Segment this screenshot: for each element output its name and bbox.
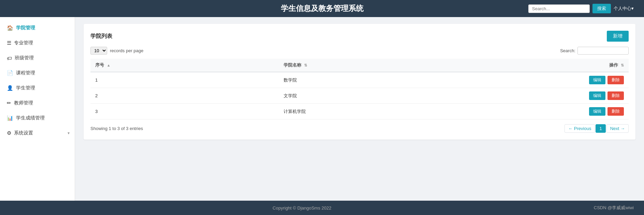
gear-icon: ⚙ xyxy=(7,130,11,136)
sidebar-label-student: 学生管理 xyxy=(16,85,35,91)
card-header: 学院列表 新增 xyxy=(90,31,629,42)
chart-icon: 📊 xyxy=(7,115,13,121)
action-buttons: 编辑 删除 xyxy=(526,76,624,84)
sidebar-label-grade: 学生成绩管理 xyxy=(16,115,45,121)
add-button[interactable]: 新增 xyxy=(607,31,629,42)
edit-button[interactable]: 编辑 xyxy=(589,76,605,84)
card-title: 学院列表 xyxy=(90,33,112,40)
page-1-button[interactable]: 1 xyxy=(596,124,605,133)
sidebar-item-major[interactable]: ☰ 专业管理 xyxy=(0,35,75,51)
footer-attribution: CSDN @李威威wiwi xyxy=(594,205,634,211)
sort-icon-action: ⇅ xyxy=(621,63,624,67)
cell-name: 文学院 xyxy=(279,88,521,104)
sidebar-label-college: 学院管理 xyxy=(16,25,35,31)
pencil-icon: ✏ xyxy=(7,100,11,106)
prev-button[interactable]: ← Previous xyxy=(564,124,595,133)
main-content: 学院列表 新增 10 25 50 records per page Search… xyxy=(75,17,644,201)
sidebar-label-class: 班级管理 xyxy=(15,55,34,61)
table-search-label: Search: xyxy=(560,48,575,53)
sidebar-item-settings[interactable]: ⚙ 系统设置 ▾ xyxy=(0,126,75,141)
sidebar-item-college[interactable]: 🏠 学院管理 xyxy=(0,20,75,35)
table-row: 1 数学院 编辑 删除 xyxy=(90,72,629,88)
cell-name: 数学院 xyxy=(279,72,521,88)
delete-button[interactable]: 删除 xyxy=(607,107,624,116)
header-right: 搜索 个人中心▾ xyxy=(426,4,634,13)
table-row: 2 文学院 编辑 删除 xyxy=(90,88,629,104)
table-header-row: 序号 ▲ 学院名称 ⇅ 操作 ⇅ xyxy=(90,59,629,72)
layout: 🏠 学院管理 ☰ 专业管理 🏷 班级管理 📄 课程管理 👤 学生管理 ✏ 教师管… xyxy=(0,17,644,201)
cell-action: 编辑 删除 xyxy=(521,104,629,119)
tag-icon: 🏷 xyxy=(7,55,12,61)
sidebar-item-class[interactable]: 🏷 班级管理 xyxy=(0,51,75,66)
col-header-action: 操作 ⇅ xyxy=(521,59,629,72)
footer: Copyright © DjangoSms 2022 CSDN @李威威wiwi xyxy=(0,201,644,215)
sidebar-item-course[interactable]: 📄 课程管理 xyxy=(0,66,75,81)
cell-seq: 2 xyxy=(90,88,279,104)
chevron-down-icon: ▾ xyxy=(68,131,70,135)
sidebar-item-student[interactable]: 👤 学生管理 xyxy=(0,81,75,96)
col-header-seq[interactable]: 序号 ▲ xyxy=(90,59,279,72)
footer-copyright: Copyright © DjangoSms 2022 xyxy=(10,205,594,211)
user-icon: 👤 xyxy=(7,85,13,91)
action-buttons: 编辑 删除 xyxy=(526,107,624,116)
sidebar-item-teacher[interactable]: ✏ 教师管理 xyxy=(0,96,75,111)
per-page-label: records per page xyxy=(110,48,143,53)
per-page-select[interactable]: 10 25 50 xyxy=(90,47,107,55)
col-header-name[interactable]: 学院名称 ⇅ xyxy=(279,59,521,72)
list-icon: ☰ xyxy=(7,40,11,46)
global-search-button[interactable]: 搜索 xyxy=(592,4,611,13)
sidebar-item-grade[interactable]: 📊 学生成绩管理 xyxy=(0,111,75,126)
per-page-control: 10 25 50 records per page xyxy=(90,47,143,55)
sidebar-label-course: 课程管理 xyxy=(16,70,35,76)
doc-icon: 📄 xyxy=(7,70,13,76)
cell-name: 计算机学院 xyxy=(279,104,521,119)
action-buttons: 编辑 删除 xyxy=(526,91,624,100)
home-icon: 🏠 xyxy=(7,25,13,31)
sidebar-label-settings: 系统设置 xyxy=(14,130,33,136)
delete-button[interactable]: 删除 xyxy=(607,91,624,100)
sidebar-label-teacher: 教师管理 xyxy=(14,100,33,106)
global-search-input[interactable] xyxy=(528,4,590,13)
sidebar: 🏠 学院管理 ☰ 专业管理 🏷 班级管理 📄 课程管理 👤 学生管理 ✏ 教师管… xyxy=(0,17,75,201)
table-search-input[interactable] xyxy=(577,47,629,55)
college-table: 序号 ▲ 学院名称 ⇅ 操作 ⇅ 1 xyxy=(90,59,629,119)
showing-text: Showing 1 to 3 of 3 entries xyxy=(90,126,143,131)
sort-icon-name: ⇅ xyxy=(304,63,307,67)
table-search-control: Search: xyxy=(560,47,629,55)
pagination: ← Previous 1 Next → xyxy=(564,124,629,133)
table-footer: Showing 1 to 3 of 3 entries ← Previous 1… xyxy=(90,124,629,133)
app-title: 学生信息及教务管理系统 xyxy=(218,3,426,14)
edit-button[interactable]: 编辑 xyxy=(589,91,605,100)
sidebar-label-major: 专业管理 xyxy=(14,40,33,46)
next-button[interactable]: Next → xyxy=(606,124,629,133)
table-controls: 10 25 50 records per page Search: xyxy=(90,47,629,55)
cell-action: 编辑 删除 xyxy=(521,72,629,88)
header: 学生信息及教务管理系统 搜索 个人中心▾ xyxy=(0,0,644,17)
cell-action: 编辑 删除 xyxy=(521,88,629,104)
user-menu[interactable]: 个人中心▾ xyxy=(614,5,634,12)
cell-seq: 1 xyxy=(90,72,279,88)
cell-seq: 3 xyxy=(90,104,279,119)
table-row: 3 计算机学院 编辑 删除 xyxy=(90,104,629,119)
delete-button[interactable]: 删除 xyxy=(607,76,624,84)
edit-button[interactable]: 编辑 xyxy=(589,107,605,116)
college-card: 学院列表 新增 10 25 50 records per page Search… xyxy=(84,24,635,140)
sort-icon-seq: ▲ xyxy=(107,63,111,67)
